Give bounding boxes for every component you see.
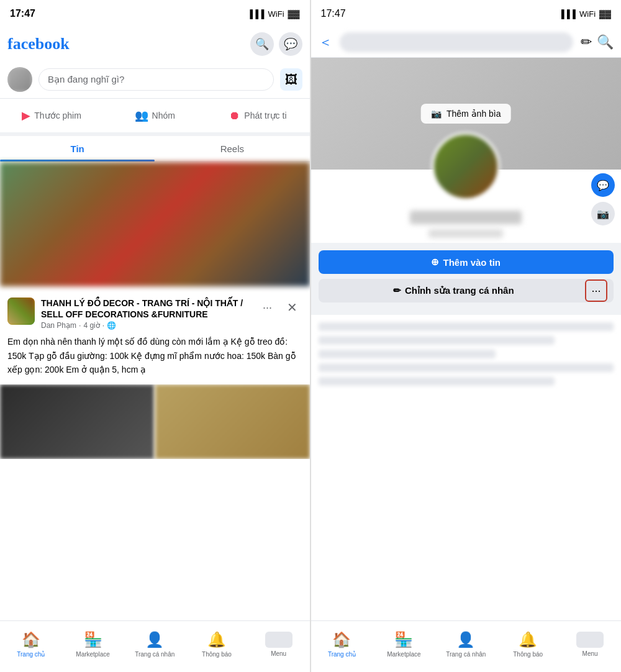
notifications-icon: 🔔 (207, 631, 226, 648)
post-dot: · (79, 321, 81, 330)
groups-icon: 👥 (135, 109, 148, 122)
profile-avatar (432, 132, 500, 201)
nav-marketplace[interactable]: 🏪 Marketplace (62, 621, 124, 672)
post-box: Bạn đang nghĩ gì? 🖼 (0, 61, 310, 99)
post-group-name: THANH LÝ ĐỒ DECOR - TRANG TRÍ - NỘI THẤT… (41, 297, 252, 320)
right-wifi-icon: WiFi (579, 9, 596, 19)
left-header: facebook 🔍 💬 (0, 27, 310, 61)
photo-button[interactable]: 🖼 (280, 68, 302, 91)
post-card: THANH LÝ ĐỒ DECOR - TRANG TRÍ - NỘI THẤT… (0, 290, 310, 459)
right-nav-profile[interactable]: 👤 Trang cá nhân (435, 621, 497, 672)
reels-label: Thước phim (34, 111, 81, 120)
left-time: 17:47 (10, 8, 35, 19)
post-images (0, 384, 310, 459)
home-label: Trang chủ (17, 651, 45, 658)
notifications-label: Thông báo (202, 651, 232, 658)
post-actions: ··· ✕ (258, 297, 302, 317)
left-status-icons: ▐▐▐ WiFi ▓▓ (247, 9, 300, 19)
more-options-button[interactable]: ··· (585, 279, 607, 302)
right-nav-home[interactable]: 🏠 Trang chủ (311, 621, 373, 672)
battery-icon: ▓▓ (288, 9, 300, 19)
post-close-button[interactable]: ✕ (283, 297, 302, 317)
search-icon-button[interactable]: 🔍 (597, 34, 614, 50)
post-more-button[interactable]: ··· (258, 297, 278, 317)
right-header: ＜ ✏ 🔍 (311, 27, 622, 58)
post-input[interactable]: Bạn đang nghĩ gì? (39, 68, 274, 91)
header-title-blur (340, 32, 574, 52)
blur-line-5 (319, 377, 555, 386)
right-menu-label: Menu (582, 650, 598, 657)
nav-profile[interactable]: 👤 Trang cá nhân (124, 621, 186, 672)
right-status-bar: 17:47 ▐▐▐ WiFi ▓▓ (311, 0, 622, 27)
live-icon: ⏺ (229, 109, 240, 122)
live-label: Phát trực ti (244, 111, 286, 120)
right-nav-marketplace[interactable]: 🏪 Marketplace (373, 621, 435, 672)
facebook-logo: facebook (7, 35, 70, 53)
right-bottom-nav: 🏠 Trang chủ 🏪 Marketplace 👤 Trang cá nhâ… (311, 620, 622, 672)
messenger-button[interactable]: 💬 (279, 32, 302, 56)
home-icon: 🏠 (22, 631, 40, 648)
search-button[interactable]: 🔍 (250, 32, 274, 56)
feed-tabs: Tin Reels (0, 136, 310, 162)
right-status-icons: ▐▐▐ WiFi ▓▓ (558, 9, 611, 19)
add-cover-button[interactable]: 📷 Thêm ảnh bìa (421, 104, 511, 124)
post-image-2 (155, 384, 309, 459)
right-marketplace-icon: 🏪 (394, 631, 413, 648)
groups-button[interactable]: 👥 Nhóm (103, 104, 206, 127)
blur-line-4 (319, 363, 614, 372)
left-panel: 17:47 ▐▐▐ WiFi ▓▓ facebook 🔍 💬 Bạn đang … (0, 0, 310, 672)
right-profile-label: Trang cá nhân (446, 651, 486, 658)
right-home-label: Trang chủ (328, 651, 356, 658)
live-button[interactable]: ⏺ Phát trực ti (206, 104, 309, 127)
tab-tin[interactable]: Tin (0, 136, 155, 161)
blur-line-2 (319, 336, 555, 345)
user-avatar (7, 67, 32, 92)
right-profile-icon: 👤 (456, 631, 475, 648)
profile-sub-blur (428, 229, 503, 238)
profile-name-area (311, 206, 622, 243)
right-nav-menu[interactable]: Menu (559, 621, 621, 672)
right-nav-notifications[interactable]: 🔔 Thông báo (497, 621, 559, 672)
nav-home[interactable]: 🏠 Trang chủ (0, 621, 62, 672)
profile-cover-area: 📷 Thêm ảnh bìa 💬 📷 (311, 58, 622, 170)
post-image-1 (0, 384, 154, 459)
signal-icon: ▐▐▐ (247, 9, 265, 19)
edit-profile-row: ✏ Chỉnh sửa trang cá nhân ··· (319, 279, 614, 302)
right-header-icons: ✏ 🔍 (581, 34, 614, 50)
right-marketplace-label: Marketplace (387, 651, 420, 658)
edit-profile-icon: ✏ (393, 285, 401, 296)
profile-label: Trang cá nhân (135, 651, 175, 658)
globe-icon: 🌐 (107, 321, 116, 330)
action-buttons: ▶ Thước phim 👥 Nhóm ⏺ Phát trực ti (0, 99, 310, 136)
right-menu-bg (576, 632, 604, 648)
add-story-button[interactable]: ⊕ Thêm vào tin (319, 250, 614, 274)
messenger-sidebar-button[interactable]: 💬 (591, 173, 615, 197)
right-notifications-label: Thông báo (513, 651, 543, 658)
back-button[interactable]: ＜ (319, 33, 332, 52)
marketplace-icon: 🏪 (84, 631, 102, 648)
add-story-label: Thêm vào tin (443, 257, 501, 268)
post-dot2: · (102, 321, 104, 330)
profile-action-buttons: ⊕ Thêm vào tin ✏ Chỉnh sửa trang cá nhân… (311, 243, 622, 310)
post-meta: THANH LÝ ĐỒ DECOR - TRANG TRÍ - NỘI THẤT… (41, 297, 252, 330)
right-signal-icon: ▐▐▐ (558, 9, 576, 19)
edit-profile-button[interactable]: ✏ Chỉnh sửa trang cá nhân (319, 279, 614, 302)
nav-menu[interactable]: Menu (248, 621, 310, 672)
edit-icon-button[interactable]: ✏ (581, 34, 592, 50)
profile-name-blur (410, 211, 522, 224)
wifi-icon: WiFi (268, 9, 284, 19)
reels-button[interactable]: ▶ Thước phim (0, 104, 103, 127)
camera-sidebar-button[interactable]: 📷 (591, 202, 615, 225)
right-time: 17:47 (321, 8, 346, 19)
right-panel: 17:47 ▐▐▐ WiFi ▓▓ ＜ ✏ 🔍 📷 Thêm ảnh bìa 💬 (311, 0, 622, 672)
post-header: THANH LÝ ĐỒ DECOR - TRANG TRÍ - NỘI THẤT… (0, 290, 310, 335)
menu-label: Menu (271, 650, 286, 657)
right-home-icon: 🏠 (332, 631, 351, 648)
tab-reels[interactable]: Reels (155, 136, 309, 161)
nav-notifications[interactable]: 🔔 Thông báo (186, 621, 248, 672)
add-cover-label: Thêm ảnh bìa (446, 109, 501, 119)
profile-avatar-container (432, 132, 500, 201)
post-author: Dan Phạm (41, 321, 76, 330)
reels-icon: ▶ (22, 109, 30, 122)
blurred-lines (311, 315, 622, 398)
